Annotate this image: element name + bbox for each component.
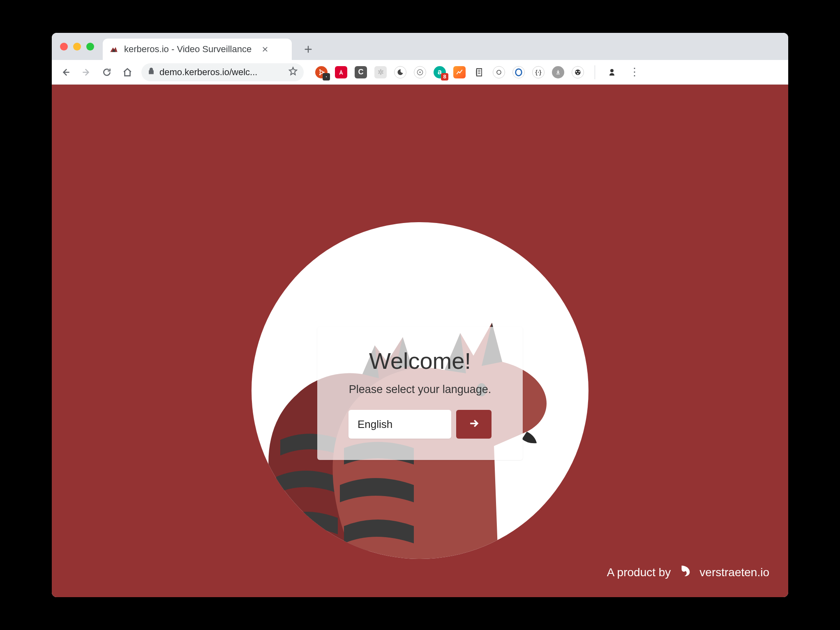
address-bar[interactable]: demo.kerberos.io/welc... <box>141 63 304 81</box>
svg-point-9 <box>579 71 580 72</box>
footer-credit: A product by verstraeten.io <box>607 564 769 581</box>
svg-point-0 <box>320 71 323 74</box>
window-traffic-lights <box>60 43 94 51</box>
extension-c-icon[interactable]: C <box>355 66 367 78</box>
browser-toolbar: demo.kerberos.io/welc... · C ✲ <box>52 60 788 85</box>
svg-point-3 <box>319 74 321 75</box>
browser-menu-button[interactable]: ⋮ <box>625 66 644 78</box>
svg-point-6 <box>516 69 522 76</box>
welcome-title: Welcome! <box>337 347 503 374</box>
arrow-right-icon <box>468 417 480 431</box>
tab-close-icon[interactable] <box>261 45 270 54</box>
svg-point-10 <box>577 73 578 74</box>
extension-angular-icon[interactable] <box>335 66 347 78</box>
language-select-value: English <box>358 418 392 431</box>
welcome-card: Welcome! Please select your language. En… <box>317 327 523 460</box>
extension-notebook-icon[interactable] <box>473 66 485 78</box>
svg-point-5 <box>419 71 421 73</box>
language-select[interactable]: English <box>348 410 451 439</box>
extension-avast-badge: 8 <box>441 73 448 80</box>
tab-strip: kerberos.io - Video Surveillance <box>52 33 788 60</box>
window-close-button[interactable] <box>60 43 68 51</box>
extension-divider <box>595 65 595 79</box>
extension-target-icon[interactable] <box>414 66 426 78</box>
tab-favicon-icon <box>108 44 119 55</box>
extension-download-icon[interactable] <box>552 66 564 78</box>
window-maximize-button[interactable] <box>86 43 94 51</box>
extension-profile-icon[interactable] <box>606 66 618 78</box>
tab-title: kerberos.io - Video Surveillance <box>124 44 252 55</box>
extension-opera-icon[interactable] <box>512 66 525 78</box>
svg-point-1 <box>323 71 325 73</box>
extension-ubuntu-icon[interactable]: · <box>315 66 328 78</box>
extension-row: · C ✲ a8 <box>315 65 644 79</box>
nav-home-button[interactable] <box>118 63 136 81</box>
extension-snowflake-icon[interactable]: ✲ <box>374 66 387 78</box>
extension-refresh-icon[interactable] <box>493 66 505 78</box>
page-viewport: Welcome! Please select your language. En… <box>52 85 788 597</box>
browser-window: kerberos.io - Video Surveillance <box>52 33 788 597</box>
lock-icon <box>147 67 155 78</box>
footer-brand-logo-icon <box>678 564 692 581</box>
svg-point-2 <box>319 69 321 71</box>
url-text: demo.kerberos.io/welc... <box>159 67 284 78</box>
browser-tab[interactable]: kerberos.io - Video Surveillance <box>103 39 292 60</box>
bookmark-star-icon[interactable] <box>288 66 298 78</box>
new-tab-button[interactable] <box>299 40 317 58</box>
window-minimize-button[interactable] <box>73 43 81 51</box>
language-continue-button[interactable] <box>456 410 492 439</box>
footer-brand-text[interactable]: verstraeten.io <box>699 566 769 579</box>
nav-back-button[interactable] <box>57 63 75 81</box>
svg-point-8 <box>576 71 577 72</box>
extension-brackets-icon[interactable]: {·} <box>532 66 545 78</box>
footer-prefix: A product by <box>607 566 671 579</box>
extension-avast-icon[interactable]: a8 <box>434 66 446 78</box>
extension-moon-icon[interactable] <box>394 66 406 78</box>
nav-forward-button[interactable] <box>77 63 95 81</box>
extension-analytics-icon[interactable] <box>453 66 466 78</box>
nav-reload-button[interactable] <box>98 63 116 81</box>
welcome-subtitle: Please select your language. <box>337 383 503 396</box>
extension-film-icon[interactable] <box>572 66 584 78</box>
